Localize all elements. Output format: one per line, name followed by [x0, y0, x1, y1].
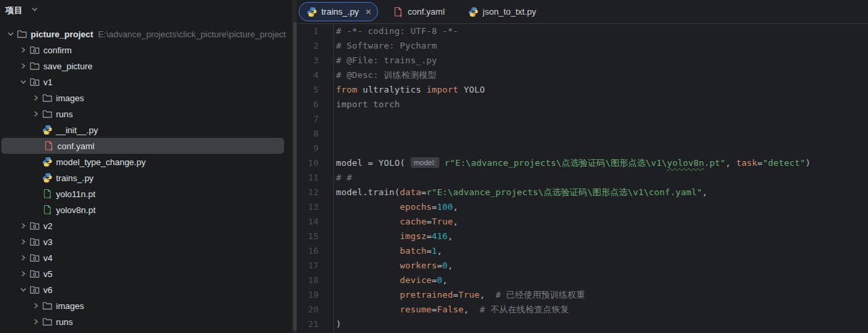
chevron-right-icon — [18, 61, 29, 71]
tree-row-runs[interactable]: runs — [0, 106, 292, 122]
yaml-file-icon: y — [43, 141, 54, 151]
tree-row-conf.yaml[interactable]: yconf.yaml — [1, 138, 284, 154]
expand-toggle[interactable] — [4, 29, 17, 39]
tree-row-images[interactable]: images — [0, 298, 292, 314]
expand-toggle[interactable] — [29, 93, 42, 103]
code-line[interactable]: # -*- coding: UTF-8 -*- — [336, 24, 868, 39]
tree-row-model_type_change.py[interactable]: model_type_change.py — [0, 154, 292, 170]
tree-item-icon-slot — [42, 300, 54, 311]
chevron-right-icon — [31, 109, 41, 119]
code-token: imgsz — [400, 231, 427, 241]
chevron-right-icon — [31, 316, 41, 327]
expand-toggle[interactable] — [17, 45, 29, 55]
tree-item-label: runs — [56, 109, 73, 119]
tree-row-picture_project[interactable]: picture_projectE:\advance_projects\click… — [0, 26, 292, 42]
tab-label: conf.yaml — [407, 7, 445, 17]
tree-item-label: picture_project — [31, 29, 93, 39]
expand-toggle[interactable] — [17, 252, 29, 263]
code-token: device — [400, 275, 432, 285]
editor-tab-bar: trains_.py✕yconf.yamljson_to_txt.py — [292, 0, 868, 24]
tree-row-v3[interactable]: v3 — [0, 234, 292, 250]
editor-gutter[interactable]: 123456789101112131415161718192021 — [292, 24, 334, 333]
code-line[interactable] — [336, 127, 868, 141]
code-line[interactable]: cache=True, — [336, 214, 868, 229]
tree-row-yolo11n.pt[interactable]: cyolo11n.pt — [0, 186, 292, 202]
tree-row-images[interactable]: images — [0, 90, 292, 106]
tree-row-save_picture[interactable]: save_picture — [0, 58, 292, 74]
code-line[interactable]: # # — [336, 170, 868, 185]
code-line[interactable]: from ultralytics import YOLO — [336, 83, 868, 97]
project-root-path: E:\advance_projects\click_picture\pictur… — [98, 29, 286, 39]
tree-item-label: images — [56, 93, 84, 103]
expand-toggle[interactable] — [29, 300, 42, 311]
tree-row-confirm[interactable]: confirm — [0, 42, 292, 58]
code-line[interactable]: model = YOLO( model: r"E:\advance_projec… — [336, 156, 868, 170]
project-tool-window: 项目 picture_projectE:\advance_projects\cl… — [0, 0, 292, 333]
code-token: r"E:\advance_projects\点选验证码\图形点选\v1\conf… — [427, 187, 703, 197]
project-tree: picture_projectE:\advance_projects\click… — [0, 26, 292, 330]
tree-item-label: conf.yaml — [57, 141, 95, 151]
expand-toggle[interactable] — [17, 61, 29, 71]
expand-toggle[interactable] — [17, 77, 29, 87]
close-icon[interactable]: ✕ — [365, 8, 371, 16]
code-line[interactable]: model.train(data=r"E:\advance_projects\点… — [336, 185, 868, 200]
tree-row-v6[interactable]: v6 — [0, 282, 292, 298]
code-line[interactable]: ) — [336, 317, 868, 332]
tree-item-label: confirm — [43, 45, 72, 55]
code-token: , — [702, 187, 707, 197]
code-line[interactable]: epochs=100, — [336, 200, 868, 214]
chevron-down-icon — [5, 29, 16, 39]
tree-row-v1[interactable]: v1 — [0, 74, 292, 90]
tree-row-yolov8n.pt[interactable]: cyolov8n.pt — [0, 202, 292, 218]
tree-row-runs[interactable]: runs — [0, 314, 292, 330]
editor-tab-trains_.py[interactable]: trains_.py✕ — [299, 2, 378, 21]
code-line[interactable]: pretrained=True, # 已经使用预训练权重 — [336, 288, 868, 302]
code-line[interactable]: # Software: Pycharm — [336, 39, 868, 53]
code-line[interactable]: device=0, — [336, 273, 868, 288]
code-line[interactable] — [336, 112, 868, 127]
project-panel-title: 项目 — [5, 5, 23, 17]
folder-icon — [42, 109, 53, 119]
svg-text:c: c — [49, 210, 51, 215]
tree-item-icon-slot — [29, 252, 41, 263]
expand-toggle[interactable] — [17, 220, 29, 231]
editor-tab-conf.yaml[interactable]: yconf.yaml — [384, 3, 453, 21]
code-line[interactable]: # @File: trains_.py — [336, 53, 868, 68]
expand-toggle[interactable] — [17, 236, 29, 247]
code-line[interactable]: imgsz=416, — [336, 229, 868, 244]
expand-toggle[interactable] — [17, 268, 29, 279]
code-line[interactable] — [336, 141, 868, 156]
tree-scrollbar-thumb[interactable] — [293, 22, 297, 331]
code-line[interactable]: # @Desc: 训练检测模型 — [336, 68, 868, 83]
code-token: yolov8n — [667, 158, 704, 168]
tree-row-trains_.py[interactable]: trains_.py — [0, 170, 292, 186]
chevron-down-icon[interactable] — [29, 4, 40, 17]
code-line[interactable]: import torch — [336, 97, 868, 112]
editor-tab-json_to_txt.py[interactable]: json_to_txt.py — [459, 3, 545, 21]
code-area[interactable]: # -*- coding: UTF-8 -*-# Software: Pycha… — [334, 24, 868, 333]
tree-item-label: save_picture — [43, 61, 93, 71]
chevron-right-icon — [18, 45, 29, 55]
tree-item-icon-slot — [29, 61, 41, 71]
code-line[interactable]: workers=0, — [336, 258, 868, 273]
chevron-right-icon — [18, 220, 29, 231]
expand-spacer — [29, 157, 42, 167]
tree-item-icon-slot — [42, 316, 54, 327]
code-token — [336, 216, 400, 226]
tree-row-v2[interactable]: v2 — [0, 218, 292, 234]
expand-toggle[interactable] — [29, 316, 42, 327]
tree-item-label: v2 — [43, 221, 53, 231]
tree-row-v5[interactable]: v5 — [0, 266, 292, 282]
python-file-icon — [42, 157, 53, 167]
expand-toggle[interactable] — [29, 109, 42, 119]
expand-toggle[interactable] — [17, 284, 29, 295]
code-line[interactable]: resume=False, # 不从在线检查点恢复 — [336, 302, 868, 317]
code-line[interactable]: batch=1, — [336, 244, 868, 258]
tree-row-__init__.py[interactable]: __init__.py — [0, 122, 292, 138]
folder-icon — [42, 300, 53, 311]
chevron-right-icon — [31, 300, 41, 311]
project-panel-header[interactable]: 项目 — [0, 0, 292, 21]
code-token — [336, 260, 400, 270]
code-token: = — [427, 246, 432, 256]
tree-row-v4[interactable]: v4 — [0, 250, 292, 266]
